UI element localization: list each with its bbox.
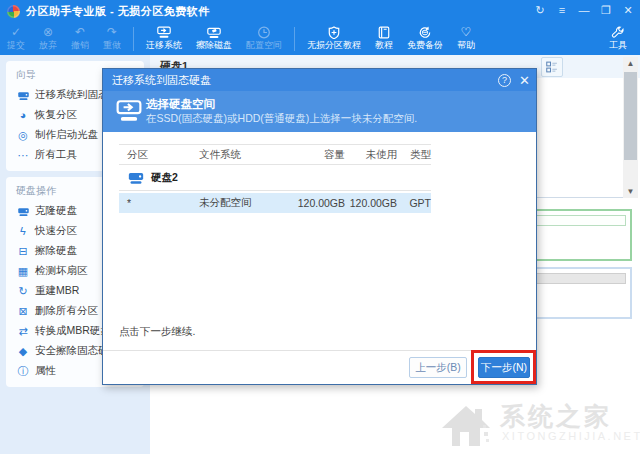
dialog-help-icon[interactable]: ? — [498, 74, 511, 87]
dialog-titlebar: 迁移系统到固态硬盘 — [103, 69, 536, 91]
drive-arrow-icon — [156, 26, 172, 40]
migrate-dialog: 迁移系统到固态硬盘 ? ✕ 选择硬盘空间 在SSD(固态硬盘)或HDD(普通硬盘… — [102, 68, 537, 385]
scan-grid-icon: ▦ — [16, 265, 30, 278]
scroll-up-icon[interactable]: ▲ — [623, 57, 638, 70]
cell-type: GPT — [397, 197, 431, 209]
convert-arrows-icon: ⇄ — [16, 325, 30, 338]
check-icon: ✓ — [11, 26, 21, 40]
ellipsis-icon: ⋯ — [16, 149, 30, 162]
unallocated-space-row[interactable]: * 未分配空间 120.00GB 120.00GB GPT — [119, 193, 431, 213]
undo-button[interactable]: ↶ 撤销 — [64, 22, 96, 55]
migrate-system-button[interactable]: 迁移系统 — [139, 22, 189, 55]
disc-icon: ◎ — [16, 129, 30, 142]
window-title: 分区助手专业版 - 无损分区免费软件 — [26, 4, 210, 19]
tutorial-button[interactable]: 教程 — [368, 22, 400, 55]
refresh-icon[interactable]: ↻ — [532, 2, 548, 18]
app-icon — [7, 5, 20, 18]
watermark-url: XITONGZHIJIA.NET — [502, 430, 640, 442]
minimize-button[interactable]: — — [576, 2, 592, 18]
watermark-title: 系统之家 — [500, 400, 612, 433]
drive-icon — [16, 90, 30, 101]
shield-plus-icon — [326, 26, 342, 40]
toolbar-separator — [133, 27, 134, 51]
drive-icon — [16, 206, 30, 217]
menu-icon[interactable]: ≡ — [554, 2, 570, 18]
house-logo-icon — [440, 402, 492, 450]
previous-step-button[interactable]: 上一步(B) — [409, 357, 467, 378]
book-icon — [376, 26, 392, 40]
wrench-icon — [610, 26, 626, 40]
clock-icon — [256, 26, 272, 40]
column-unused: 未使用 — [345, 148, 397, 162]
drive-eraser-icon — [206, 26, 222, 40]
close-button[interactable]: ✕ — [620, 2, 636, 18]
grid-view-icon — [546, 61, 558, 73]
cell-capacity: 120.00GB — [287, 197, 345, 209]
cell-unused: 120.00GB — [345, 197, 397, 209]
drive-arrow-icon — [116, 99, 142, 123]
toolbar-separator — [294, 27, 295, 51]
info-icon: ⓘ — [16, 364, 30, 379]
rebuild-icon: ↻ — [16, 285, 30, 298]
free-backup-button[interactable]: 免费备份 — [400, 22, 450, 55]
restore-button[interactable]: ❐ — [598, 2, 614, 18]
dialog-hint-text: 点击下一步继续. — [119, 325, 195, 339]
allocate-space-button[interactable]: 配置空间 — [239, 22, 289, 55]
vertical-scrollbar[interactable]: ▲ ▼ — [623, 57, 638, 198]
redo-icon: ↷ — [107, 26, 117, 40]
undo-icon: ↶ — [75, 26, 85, 40]
cell-partition: * — [119, 197, 199, 209]
view-toggle-button[interactable] — [541, 57, 563, 77]
dialog-step-heading: 选择硬盘空间 — [146, 97, 215, 112]
watermark: 系统之家 XITONGZHIJIA.NET — [440, 400, 640, 454]
submit-button[interactable]: ✓ 提交 — [0, 22, 32, 55]
pie-icon: ◕ — [16, 109, 30, 121]
cancel-circle-icon: ⊗ — [43, 26, 53, 40]
discard-button[interactable]: ⊗ 放弃 — [32, 22, 64, 55]
column-type: 类型 — [397, 148, 431, 162]
broom-icon: ⊟ — [16, 245, 30, 258]
dialog-step-subtitle: 在SSD(固态硬盘)或HDD(普通硬盘)上选择一块未分配空间. — [146, 112, 417, 126]
column-capacity: 容量 — [287, 148, 345, 162]
help-button[interactable]: ♡ 帮助 — [450, 22, 482, 55]
scroll-down-icon[interactable]: ▼ — [623, 185, 638, 198]
next-button-highlight-annotation — [471, 350, 536, 384]
scrollbar-thumb[interactable] — [624, 72, 637, 160]
drive-icon — [127, 170, 145, 185]
lightning-icon: ϟ — [16, 225, 30, 237]
trash-icon: ⊠ — [16, 305, 30, 318]
cell-filesystem: 未分配空间 — [199, 196, 287, 210]
dialog-banner: 选择硬盘空间 在SSD(固态硬盘)或HDD(普通硬盘)上选择一块未分配空间. — [103, 91, 536, 132]
backup-icon — [417, 26, 433, 40]
disk2-group-row[interactable]: 硬盘2 — [119, 165, 431, 191]
lossless-tutorial-button[interactable]: 无损分区教程 — [300, 22, 368, 55]
main-toolbar: ✓ 提交 ⊗ 放弃 ↶ 撤销 ↷ 重做 迁移系统 擦除磁盘 配置空间 无损分区教… — [0, 22, 640, 55]
window-titlebar: 分区助手专业版 - 无损分区免费软件 ↻ ≡ — ❐ ✕ — [0, 0, 640, 22]
column-filesystem: 文件系统 — [199, 148, 287, 162]
wipe-disk-button[interactable]: 擦除磁盘 — [189, 22, 239, 55]
redo-button[interactable]: ↷ 重做 — [96, 22, 128, 55]
disk-space-table: 分区 文件系统 容量 未使用 类型 硬盘2 * 未分配空间 120.00GB 1… — [119, 144, 431, 213]
column-partition: 分区 — [119, 148, 199, 162]
dialog-close-icon[interactable]: ✕ — [519, 73, 530, 88]
table-header-row: 分区 文件系统 容量 未使用 类型 — [119, 144, 431, 165]
tools-button[interactable]: 工具 — [602, 22, 634, 55]
heart-icon: ♡ — [461, 26, 472, 40]
diamond-icon: ◆ — [16, 345, 30, 358]
